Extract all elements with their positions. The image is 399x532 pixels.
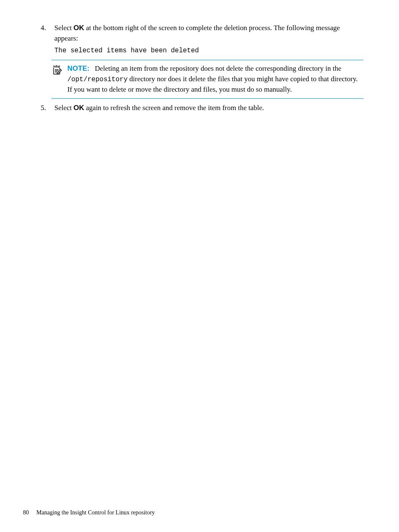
note-block: NOTE: Deleting an item from the reposito…: [51, 60, 363, 98]
note-path: /opt/repository: [67, 76, 128, 83]
note-bottom-rule: [51, 98, 363, 99]
note-icon: [51, 64, 67, 95]
step-4-ok: OK: [74, 24, 84, 32]
page-number: 80: [23, 509, 29, 517]
note-text-before-path: Deleting an item from the repository doe…: [95, 64, 342, 72]
step-5-body: Select OK again to refresh the screen an…: [54, 103, 363, 113]
page-content: 4. Select OK at the bottom right of the …: [0, 0, 399, 113]
step-5-text-before: Select: [54, 104, 74, 112]
note-text: NOTE: Deleting an item from the reposito…: [67, 64, 363, 95]
step-5: 5. Select OK again to refresh the screen…: [36, 103, 363, 113]
step-4-number: 4.: [36, 23, 54, 56]
step-4: 4. Select OK at the bottom right of the …: [36, 23, 363, 56]
deleted-message: The selected items have been deleted: [54, 46, 363, 56]
step-4-body: Select OK at the bottom right of the scr…: [54, 23, 363, 56]
step-4-text-before: Select: [54, 24, 74, 32]
footer-title: Managing the Insight Control for Linux r…: [36, 509, 155, 517]
note-label: NOTE:: [67, 64, 90, 72]
step-5-text-after: again to refresh the screen and remove t…: [84, 104, 264, 112]
step-5-number: 5.: [36, 103, 54, 113]
step-4-text-after: at the bottom right of the screen to com…: [54, 24, 340, 42]
page-footer: 80 Managing the Insight Control for Linu…: [23, 509, 155, 517]
step-5-ok: OK: [74, 104, 84, 112]
note-content: NOTE: Deleting an item from the reposito…: [51, 60, 363, 98]
